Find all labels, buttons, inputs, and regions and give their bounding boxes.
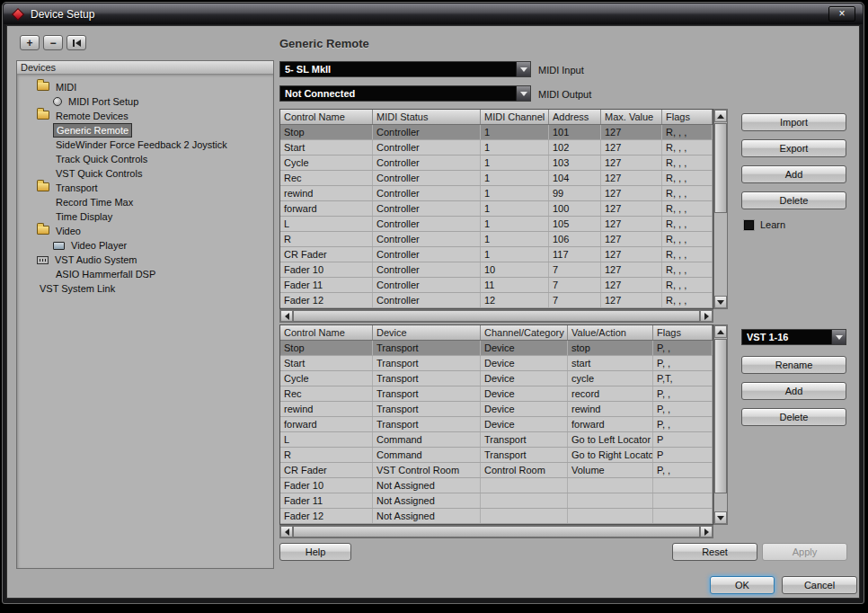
add-button-upper[interactable]: Add	[741, 165, 846, 183]
table-row[interactable]: rewindTransportDevicerewindP, ,	[280, 402, 713, 417]
devices-tree[interactable]: MIDIMIDI Port SetupRemote DevicesGeneric…	[17, 75, 273, 568]
scroll-left-button[interactable]	[280, 310, 293, 322]
scroll-down-button[interactable]	[714, 511, 727, 524]
bank-select-value: VST 1-16	[747, 331, 829, 343]
titlebar[interactable]: Device Setup ×	[4, 4, 863, 24]
apply-button[interactable]: Apply	[762, 543, 847, 561]
tree-item-midi-port-setup[interactable]: MIDI Port Setup	[17, 94, 273, 109]
table-cell: R, , ,	[662, 262, 713, 277]
table-row[interactable]: RCommandTransportGo to Right LocatorP	[280, 448, 713, 463]
table-row[interactable]: CycleController1103127R, , ,	[280, 155, 713, 171]
scroll-down-button[interactable]	[714, 296, 727, 308]
bank-select[interactable]: VST 1-16	[741, 329, 846, 345]
upper-table-hscrollbar[interactable]	[279, 309, 713, 323]
add-device-button[interactable]: +	[20, 35, 40, 50]
table-row[interactable]: Fader 11Controller117127R, , ,	[280, 278, 713, 293]
table-row[interactable]: Fader 12Not Assigned	[280, 509, 713, 524]
delete-button-lower[interactable]: Delete	[741, 408, 846, 426]
chevron-down-icon[interactable]	[831, 330, 846, 344]
table-cell: Command	[373, 448, 481, 462]
table-row[interactable]: LController1105127R, , ,	[280, 217, 713, 232]
table-row[interactable]: RController1106127R, , ,	[280, 232, 713, 247]
table-cell: R, , ,	[662, 186, 713, 200]
scroll-thumb[interactable]	[293, 310, 700, 322]
table-row[interactable]: StartTransportDevicestartP, ,	[280, 356, 713, 371]
table-cell: 105	[549, 217, 601, 231]
table-cell: Controller	[373, 232, 481, 246]
table-row[interactable]: StopController1101127R, , ,	[280, 125, 713, 140]
remove-device-button[interactable]: −	[43, 35, 63, 50]
table-row[interactable]: LCommandTransportGo to Left LocatorP	[280, 432, 713, 448]
tree-item-vst-system-link[interactable]: VST System Link	[17, 281, 273, 296]
page-title: Generic Remote	[279, 37, 369, 50]
scroll-up-button[interactable]	[714, 110, 727, 122]
table-cell: Start	[280, 356, 373, 370]
table-cell: Stop	[280, 341, 373, 355]
tree-item-time-display[interactable]: Time Display	[17, 209, 273, 224]
table-row[interactable]: Fader 10Controller107127R, , ,	[280, 262, 713, 278]
tree-item-transport[interactable]: Transport	[17, 181, 273, 195]
table-row[interactable]: CR FaderVST Control RoomControl RoomVolu…	[280, 463, 713, 478]
tree-item-record-time-max[interactable]: Record Time Max	[17, 195, 273, 209]
table-row[interactable]: RecController1104127R, , ,	[280, 171, 713, 186]
table-cell: R, , ,	[662, 293, 713, 307]
upper-table-vscrollbar[interactable]	[713, 109, 728, 309]
table-row[interactable]: Fader 10Not Assigned	[280, 478, 713, 493]
table-cell: P, ,	[653, 402, 713, 416]
close-button[interactable]: ×	[828, 6, 855, 22]
tree-item-video[interactable]: Video	[17, 224, 273, 238]
devices-panel-header: Devices	[17, 61, 273, 75]
tree-item-vst-quick-controls[interactable]: VST Quick Controls	[17, 166, 273, 181]
tree-item-track-quick-controls[interactable]: Track Quick Controls	[17, 152, 273, 166]
table-cell: R, , ,	[662, 171, 713, 185]
lower-table-vscrollbar[interactable]	[713, 324, 728, 525]
table-row[interactable]: StartController1102127R, , ,	[280, 140, 713, 155]
table-row[interactable]: forwardTransportDeviceforwardP, ,	[280, 417, 713, 432]
table-row[interactable]: RecTransportDevicerecordP, ,	[280, 386, 713, 402]
scroll-up-button[interactable]	[714, 325, 727, 338]
table-cell: Stop	[280, 125, 373, 139]
add-button-lower[interactable]: Add	[741, 382, 846, 400]
table-cell: 1	[481, 125, 549, 139]
tree-item-generic-remote[interactable]: Generic Remote	[17, 123, 273, 138]
column-header: MIDI Channel	[481, 110, 549, 124]
table-row[interactable]: Fader 11Not Assigned	[280, 493, 713, 509]
scroll-thumb[interactable]	[714, 339, 727, 493]
table-row[interactable]: rewindController199127R, , ,	[280, 186, 713, 201]
tree-item-midi[interactable]: MIDI	[17, 80, 273, 94]
delete-button-upper[interactable]: Delete	[741, 191, 846, 209]
tree-item-remote-devices[interactable]: Remote Devices	[17, 109, 273, 123]
midi-input-select[interactable]: 5- SL MkII	[279, 61, 531, 77]
table-row[interactable]: CycleTransportDevicecycleP,T,	[280, 371, 713, 386]
tree-item-asio-hammerfall-dsp[interactable]: ASIO Hammerfall DSP	[17, 267, 273, 281]
ok-button[interactable]: OK	[710, 576, 775, 594]
table-row[interactable]: StopTransportDevicestopP, ,	[280, 341, 713, 356]
import-button[interactable]: Import	[741, 113, 846, 131]
export-button[interactable]: Export	[741, 139, 846, 157]
scroll-thumb[interactable]	[714, 123, 727, 213]
lower-table-hscrollbar[interactable]	[279, 525, 713, 538]
reset-button[interactable]: Reset	[672, 543, 757, 561]
reset-to-start-button[interactable]	[66, 35, 86, 50]
rename-button[interactable]: Rename	[741, 356, 846, 374]
column-header: Control Name	[280, 325, 373, 340]
midi-output-select[interactable]: Not Connected	[279, 85, 531, 102]
scroll-thumb[interactable]	[293, 526, 700, 537]
learn-checkbox[interactable]	[744, 220, 754, 230]
app-icon	[12, 7, 24, 20]
table-row[interactable]: Fader 12Controller127127R, , ,	[280, 293, 713, 308]
tree-item-vst-audio-system[interactable]: VST Audio System	[17, 253, 273, 267]
scroll-right-button[interactable]	[700, 310, 713, 322]
chevron-down-icon[interactable]	[516, 62, 530, 76]
table-cell: Controller	[373, 262, 481, 277]
table-row[interactable]: CR FaderController1117127R, , ,	[280, 247, 713, 262]
scroll-left-button[interactable]	[280, 526, 293, 537]
scroll-right-button[interactable]	[700, 526, 713, 537]
cancel-button[interactable]: Cancel	[782, 576, 857, 594]
table-row[interactable]: forwardController1100127R, , ,	[280, 201, 713, 217]
help-button[interactable]: Help	[279, 543, 351, 561]
tree-item-sidewinder-force-feedback-2-joystick[interactable]: SideWinder Force Feedback 2 Joystick	[17, 138, 273, 152]
table-cell: P, ,	[653, 386, 713, 401]
chevron-down-icon[interactable]	[516, 86, 530, 101]
tree-item-video-player[interactable]: Video Player	[17, 238, 273, 253]
